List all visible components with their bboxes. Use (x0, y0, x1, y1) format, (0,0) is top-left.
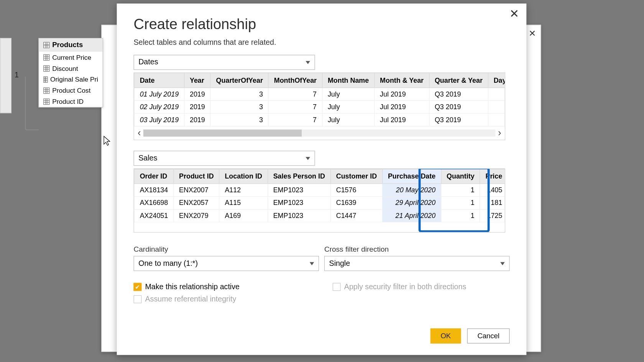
column-header[interactable]: Month & Year (375, 73, 429, 88)
field-item[interactable]: Discount (39, 63, 103, 74)
table-row[interactable]: AX18134ENX2007A112EMP1023C157620 May 202… (134, 183, 505, 196)
cell: Q3 2019 (429, 88, 488, 100)
cell: 29 April 2020 (382, 197, 441, 209)
column-header[interactable]: Order ID (134, 169, 173, 183)
cell: 1725 (480, 209, 505, 222)
checkbox-unchecked-icon (134, 295, 142, 303)
cell: 7 (268, 101, 322, 113)
scroll-thumb[interactable] (143, 129, 302, 136)
cell: AX24051 (134, 209, 173, 222)
column-header[interactable]: Date (134, 73, 184, 88)
scroll-left-icon[interactable]: ‹ (138, 127, 141, 139)
cell: 3 (210, 88, 268, 100)
referential-integrity-label: Assume referential integrity (145, 295, 237, 304)
chevron-down-icon (500, 262, 505, 265)
column-header[interactable]: Year (184, 73, 211, 88)
field-label: Discount (52, 64, 78, 72)
create-relationship-dialog: ✕ Create relationship Select tables and … (117, 3, 527, 355)
cell: 1 (441, 209, 480, 222)
cell: C1639 (330, 197, 382, 209)
cancel-button[interactable]: Cancel (467, 328, 510, 343)
table2-dropdown-value: Sales (138, 154, 157, 163)
cell: 2019 (184, 88, 211, 100)
checkbox-unchecked-icon (333, 283, 341, 291)
chevron-down-icon (310, 262, 314, 265)
sales-hscrollbar[interactable] (134, 222, 505, 232)
sales-preview: Order IDProduct IDLocation IDSales Perso… (134, 169, 505, 233)
table2-dropdown[interactable]: Sales (134, 151, 315, 166)
cell: 7 (268, 88, 322, 100)
cell: ENX2057 (174, 197, 219, 209)
cell: 03 July 2019 (134, 113, 184, 126)
cell: Jul 2019 (375, 113, 429, 126)
cell: 3 (210, 101, 268, 113)
column-icon (43, 65, 49, 71)
table1-dropdown-value: Dates (138, 58, 158, 67)
column-icon (43, 87, 49, 93)
dates-table[interactable]: DateYearQuarterOfYearMonthOfYearMonth Na… (134, 73, 505, 126)
cell: Q3 2019 (429, 101, 488, 113)
table-row[interactable]: 03 July 2019201937JulyJul 2019Q3 2019 (134, 113, 505, 126)
table-row[interactable]: AX24051ENX2079A169EMP1023C144721 April 2… (134, 209, 505, 222)
cell: 01 July 2019 (134, 88, 184, 100)
products-table-card[interactable]: Products Current PriceDiscountOriginal S… (38, 38, 103, 107)
scroll-right-icon[interactable]: › (498, 127, 501, 139)
dates-hscrollbar[interactable]: ‹ › (134, 126, 505, 140)
cell: 2019 (184, 101, 211, 113)
cell (488, 88, 505, 100)
table1-dropdown[interactable]: Dates (134, 55, 315, 70)
left-panel (0, 38, 12, 113)
make-active-label: Make this relationship active (145, 282, 240, 291)
cell: AX16698 (134, 197, 173, 209)
field-label: Product ID (52, 98, 84, 105)
crossfilter-value: Single (329, 259, 350, 268)
background-close-icon[interactable]: ✕ (529, 28, 536, 39)
dates-preview: DateYearQuarterOfYearMonthOfYearMonth Na… (134, 72, 505, 140)
column-icon (43, 54, 49, 60)
column-header[interactable]: QuarterOfYear (210, 73, 268, 88)
scroll-track[interactable] (143, 129, 495, 136)
cell: A169 (219, 209, 268, 222)
cardinality-label: Cardinality (134, 245, 319, 253)
cell: 1 (441, 197, 480, 209)
cell: A112 (219, 183, 268, 196)
cell: July (322, 101, 374, 113)
column-header[interactable]: Quantity (441, 169, 480, 183)
chevron-down-icon (306, 61, 310, 64)
products-card-title: Products (52, 41, 83, 49)
cardinality-dropdown[interactable]: One to many (1:*) (134, 256, 319, 271)
column-header[interactable]: Month Name (322, 73, 374, 88)
field-item[interactable]: Product ID (39, 96, 103, 107)
column-header[interactable]: DayInW (488, 73, 505, 88)
table-row[interactable]: 02 July 2019201937JulyJul 2019Q3 2019 (134, 101, 505, 113)
column-icon (43, 98, 49, 105)
cell: EMP1023 (268, 183, 330, 196)
field-item[interactable]: Current Price (39, 52, 103, 63)
security-filter-label: Apply security filter in both directions (344, 282, 466, 291)
column-header[interactable]: Purchase Date (382, 169, 441, 183)
ok-button[interactable]: OK (430, 328, 461, 343)
cell: 02 July 2019 (134, 101, 184, 113)
table-row[interactable]: 01 July 2019201937JulyJul 2019Q3 2019 (134, 88, 505, 100)
column-header[interactable]: Product ID (174, 169, 219, 183)
sales-table[interactable]: Order IDProduct IDLocation IDSales Perso… (134, 169, 505, 223)
column-header[interactable]: Price (480, 169, 505, 183)
field-item[interactable]: Original Sale Pri (39, 74, 103, 85)
crossfilter-dropdown[interactable]: Single (324, 256, 510, 271)
cell: C1447 (330, 209, 382, 222)
make-active-checkbox[interactable]: ✔ Make this relationship active (134, 282, 311, 291)
close-icon[interactable]: ✕ (509, 8, 519, 20)
cell (488, 113, 505, 126)
field-item[interactable]: Product Cost (39, 85, 103, 96)
column-header[interactable]: Location ID (219, 169, 268, 183)
column-icon (43, 76, 48, 82)
column-header[interactable]: Quarter & Year (429, 73, 488, 88)
column-header[interactable]: MonthOfYear (268, 73, 322, 88)
cell: 21 April 2020 (382, 209, 441, 222)
field-label: Product Cost (52, 87, 90, 94)
cell: C1576 (330, 183, 382, 196)
column-header[interactable]: Customer ID (330, 169, 382, 183)
column-header[interactable]: Sales Person ID (268, 169, 330, 183)
table-row[interactable]: AX16698ENX2057A115EMP1023C163929 April 2… (134, 197, 505, 209)
cell: A115 (219, 197, 268, 209)
